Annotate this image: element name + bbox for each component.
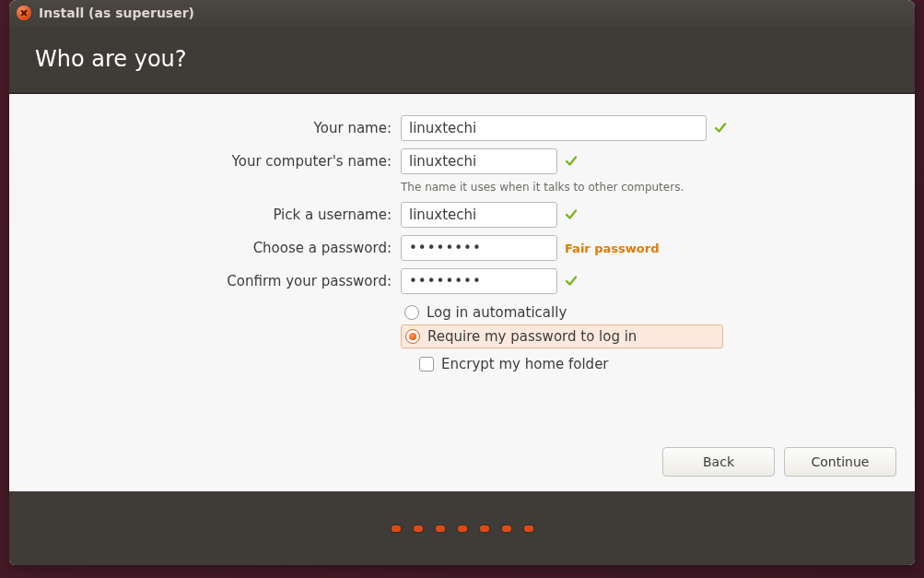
- page-title: Who are you?: [35, 46, 187, 72]
- radio-icon: [405, 329, 420, 344]
- page-header: Who are you?: [9, 26, 915, 94]
- check-icon: [565, 208, 578, 221]
- progress-dot: [436, 525, 445, 532]
- titlebar: Install (as superuser): [9, 0, 915, 26]
- host-label: Your computer's name:: [28, 153, 401, 170]
- installer-window: Install (as superuser) Who are you? Your…: [9, 0, 915, 565]
- progress-dot: [480, 525, 489, 532]
- option-require-password[interactable]: Require my password to log in: [401, 324, 723, 348]
- option-label: Encrypt my home folder: [441, 356, 609, 372]
- confirm-label: Confirm your password:: [28, 273, 401, 289]
- option-label: Log in automatically: [427, 304, 567, 321]
- user-label: Pick a username:: [28, 206, 401, 223]
- host-input[interactable]: [401, 148, 557, 174]
- button-bar: Back Continue: [662, 447, 896, 477]
- host-help: The name it uses when it talks to other …: [401, 181, 896, 194]
- back-button[interactable]: Back: [662, 447, 775, 477]
- name-label: Your name:: [28, 120, 401, 136]
- form-area: Your name: Your computer's name: The nam…: [9, 94, 915, 490]
- checkbox-icon: [419, 357, 434, 372]
- check-icon: [714, 122, 727, 135]
- progress-dot: [524, 525, 533, 532]
- progress-footer: [9, 491, 915, 565]
- option-auto-login[interactable]: Log in automatically: [401, 301, 896, 324]
- password-label: Choose a password:: [28, 240, 401, 256]
- user-input[interactable]: [401, 202, 557, 228]
- progress-dot: [414, 525, 423, 532]
- password-strength: Fair password: [565, 242, 660, 255]
- confirm-input[interactable]: [401, 268, 557, 294]
- close-icon[interactable]: [17, 6, 31, 20]
- progress-dot: [392, 525, 401, 532]
- option-encrypt-home[interactable]: Encrypt my home folder: [401, 352, 896, 376]
- password-input[interactable]: [401, 235, 557, 261]
- check-icon: [565, 275, 578, 288]
- progress-dot: [502, 525, 511, 532]
- window-title: Install (as superuser): [39, 6, 194, 20]
- login-options: Log in automatically Require my password…: [401, 301, 896, 348]
- option-label: Require my password to log in: [427, 328, 637, 345]
- check-icon: [565, 155, 578, 168]
- name-input[interactable]: [401, 115, 707, 141]
- radio-icon: [404, 305, 419, 320]
- progress-dot: [458, 525, 467, 532]
- continue-button[interactable]: Continue: [784, 447, 896, 477]
